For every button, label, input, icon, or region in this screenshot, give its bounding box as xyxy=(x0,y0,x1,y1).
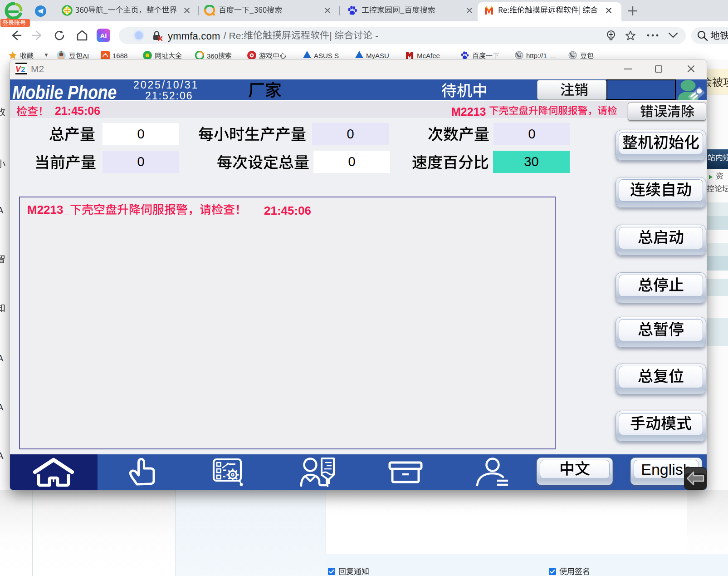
svg-text:AI: AI xyxy=(100,32,107,39)
